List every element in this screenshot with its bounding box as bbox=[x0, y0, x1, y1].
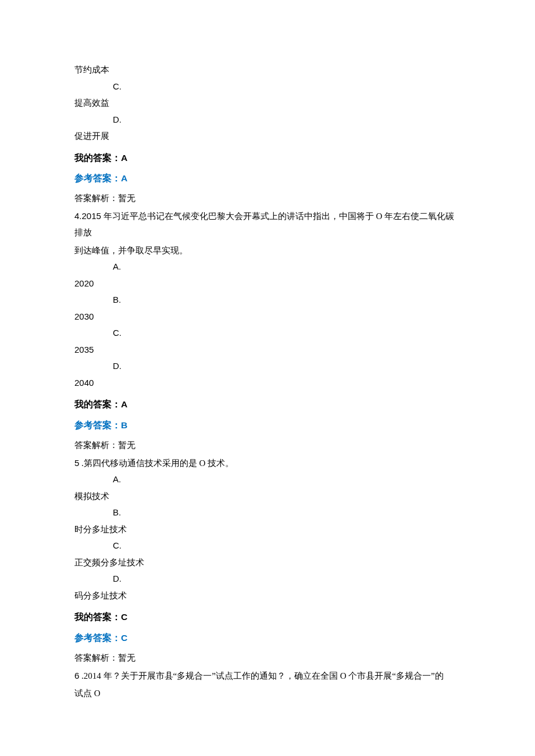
q5-option-c-label: C. bbox=[113, 538, 462, 554]
q3-my-answer-value: A bbox=[121, 153, 127, 163]
q5-stem-rest: .第四代移动通信技术采用的是 O 技术。 bbox=[79, 458, 234, 468]
q4-option-b-text: 2030 bbox=[74, 309, 462, 325]
q5-ref-answer-label: 参考答案： bbox=[74, 633, 121, 643]
q5-option-b-label: B. bbox=[113, 504, 462, 521]
q4-my-answer-label: 我的答案： bbox=[74, 399, 121, 409]
q5-ref-answer: 参考答案：C bbox=[74, 629, 462, 646]
q3-option-b-text: 节约成本 bbox=[74, 62, 462, 78]
q3-option-d-label: D. bbox=[113, 112, 462, 128]
q5-my-answer-label: 我的答案： bbox=[74, 612, 121, 622]
q6-stem-rest: .2014 年？关于开展市县“多规合一”试点工作的通知？，确立在全国 O 个市县… bbox=[79, 671, 443, 680]
q5-my-answer: 我的答案：C bbox=[74, 608, 462, 625]
q4-stem-prefix: 4.2015 bbox=[74, 211, 101, 221]
q5-option-d-text: 码分多址技术 bbox=[74, 587, 462, 604]
q4-option-c-text: 2035 bbox=[74, 342, 462, 359]
q5-option-b-text: 时分多址技术 bbox=[74, 521, 462, 538]
q4-stem-rest: 年习近平总书记在气候变化巴黎大会开幕式上的讲话中指出，中国将于 O 年左右使二氧… bbox=[74, 212, 454, 238]
q4-stem-line2: 到达峰值，并争取尽早实现。 bbox=[74, 242, 462, 259]
q3-ref-answer-value: A bbox=[121, 173, 127, 183]
q5-stem: 5 .第四代移动通信技术采用的是 O 技术。 bbox=[74, 455, 462, 472]
q3-explanation: 答案解析：暂无 bbox=[74, 190, 462, 207]
q3-option-c-label: C. bbox=[113, 78, 462, 95]
q4-stem: 4.2015 年习近平总书记在气候变化巴黎大会开幕式上的讲话中指出，中国将于 O… bbox=[74, 208, 462, 241]
q5-explanation: 答案解析：暂无 bbox=[74, 650, 462, 667]
q4-ref-answer-label: 参考答案： bbox=[74, 420, 121, 430]
q6-stem: 6 .2014 年？关于开展市县“多规合一”试点工作的通知？，确立在全国 O 个… bbox=[74, 668, 462, 685]
q3-ref-answer-label: 参考答案： bbox=[74, 173, 121, 183]
q6-stem-line2: 试点 O bbox=[74, 685, 462, 702]
q4-option-a-text: 2020 bbox=[74, 275, 462, 292]
q4-explanation: 答案解析：暂无 bbox=[74, 437, 462, 454]
q4-option-d-text: 2040 bbox=[74, 375, 462, 392]
q4-option-c-label: C. bbox=[113, 325, 462, 342]
q4-option-a-label: A. bbox=[113, 259, 462, 275]
q3-option-d-text: 促进开展 bbox=[74, 128, 462, 145]
q5-option-d-label: D. bbox=[113, 571, 462, 587]
q4-ref-answer: 参考答案：B bbox=[74, 417, 462, 433]
q4-option-b-label: B. bbox=[113, 292, 462, 309]
q4-my-answer: 我的答案：A bbox=[74, 396, 462, 413]
q5-option-a-text: 模拟技术 bbox=[74, 488, 462, 505]
q3-my-answer: 我的答案：A bbox=[74, 149, 462, 166]
q5-my-answer-value: C bbox=[121, 612, 127, 622]
q4-ref-answer-value: B bbox=[121, 420, 127, 430]
q3-ref-answer: 参考答案：A bbox=[74, 170, 462, 187]
q4-option-d-label: D. bbox=[113, 358, 462, 375]
q5-option-a-label: A. bbox=[113, 471, 462, 488]
q5-option-c-text: 正交频分多址技术 bbox=[74, 554, 462, 571]
q3-option-c-text: 提高效益 bbox=[74, 95, 462, 112]
q5-ref-answer-value: C bbox=[121, 633, 127, 643]
q4-my-answer-value: A bbox=[121, 399, 127, 409]
q3-my-answer-label: 我的答案： bbox=[74, 153, 121, 163]
